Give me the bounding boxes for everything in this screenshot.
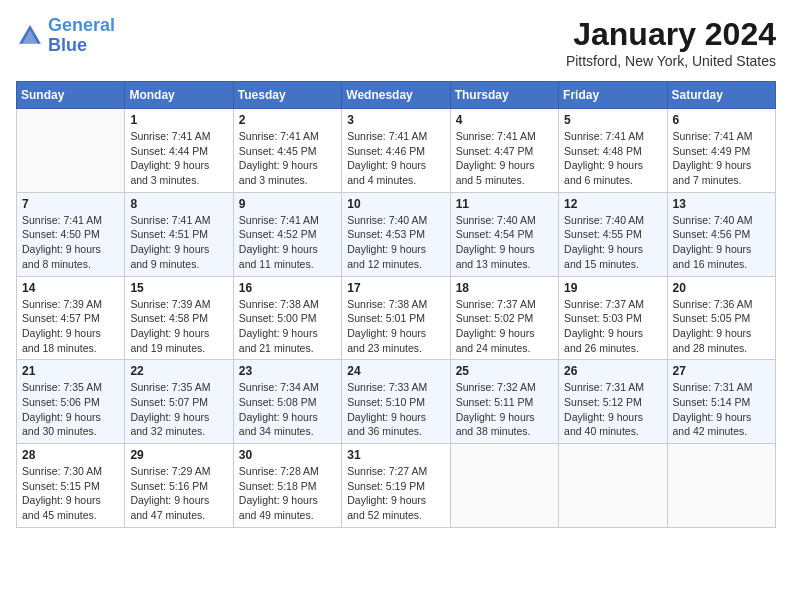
day-info: Sunrise: 7:41 AMSunset: 4:51 PMDaylight:… bbox=[130, 213, 227, 272]
day-number: 23 bbox=[239, 364, 336, 378]
day-number: 6 bbox=[673, 113, 770, 127]
day-info: Sunrise: 7:31 AMSunset: 5:14 PMDaylight:… bbox=[673, 380, 770, 439]
day-number: 12 bbox=[564, 197, 661, 211]
day-info: Sunrise: 7:41 AMSunset: 4:47 PMDaylight:… bbox=[456, 129, 553, 188]
calendar-cell: 4Sunrise: 7:41 AMSunset: 4:47 PMDaylight… bbox=[450, 109, 558, 193]
calendar-cell: 18Sunrise: 7:37 AMSunset: 5:02 PMDayligh… bbox=[450, 276, 558, 360]
calendar-cell bbox=[559, 444, 667, 528]
day-number: 13 bbox=[673, 197, 770, 211]
day-info: Sunrise: 7:41 AMSunset: 4:45 PMDaylight:… bbox=[239, 129, 336, 188]
week-row-2: 7Sunrise: 7:41 AMSunset: 4:50 PMDaylight… bbox=[17, 192, 776, 276]
day-number: 22 bbox=[130, 364, 227, 378]
day-number: 9 bbox=[239, 197, 336, 211]
calendar-cell bbox=[17, 109, 125, 193]
calendar-cell: 23Sunrise: 7:34 AMSunset: 5:08 PMDayligh… bbox=[233, 360, 341, 444]
week-row-3: 14Sunrise: 7:39 AMSunset: 4:57 PMDayligh… bbox=[17, 276, 776, 360]
day-info: Sunrise: 7:29 AMSunset: 5:16 PMDaylight:… bbox=[130, 464, 227, 523]
day-number: 19 bbox=[564, 281, 661, 295]
weekday-header-tuesday: Tuesday bbox=[233, 82, 341, 109]
calendar-cell: 10Sunrise: 7:40 AMSunset: 4:53 PMDayligh… bbox=[342, 192, 450, 276]
calendar-cell: 6Sunrise: 7:41 AMSunset: 4:49 PMDaylight… bbox=[667, 109, 775, 193]
day-number: 31 bbox=[347, 448, 444, 462]
day-number: 2 bbox=[239, 113, 336, 127]
weekday-header-wednesday: Wednesday bbox=[342, 82, 450, 109]
calendar-cell: 17Sunrise: 7:38 AMSunset: 5:01 PMDayligh… bbox=[342, 276, 450, 360]
calendar-cell: 5Sunrise: 7:41 AMSunset: 4:48 PMDaylight… bbox=[559, 109, 667, 193]
day-info: Sunrise: 7:35 AMSunset: 5:06 PMDaylight:… bbox=[22, 380, 119, 439]
logo-line2: Blue bbox=[48, 35, 87, 55]
day-info: Sunrise: 7:31 AMSunset: 5:12 PMDaylight:… bbox=[564, 380, 661, 439]
week-row-5: 28Sunrise: 7:30 AMSunset: 5:15 PMDayligh… bbox=[17, 444, 776, 528]
day-info: Sunrise: 7:40 AMSunset: 4:54 PMDaylight:… bbox=[456, 213, 553, 272]
day-info: Sunrise: 7:34 AMSunset: 5:08 PMDaylight:… bbox=[239, 380, 336, 439]
calendar-cell: 14Sunrise: 7:39 AMSunset: 4:57 PMDayligh… bbox=[17, 276, 125, 360]
calendar-cell: 9Sunrise: 7:41 AMSunset: 4:52 PMDaylight… bbox=[233, 192, 341, 276]
day-number: 17 bbox=[347, 281, 444, 295]
calendar-cell bbox=[450, 444, 558, 528]
calendar-cell: 7Sunrise: 7:41 AMSunset: 4:50 PMDaylight… bbox=[17, 192, 125, 276]
day-number: 26 bbox=[564, 364, 661, 378]
week-row-1: 1Sunrise: 7:41 AMSunset: 4:44 PMDaylight… bbox=[17, 109, 776, 193]
day-info: Sunrise: 7:39 AMSunset: 4:57 PMDaylight:… bbox=[22, 297, 119, 356]
day-number: 4 bbox=[456, 113, 553, 127]
calendar-cell: 11Sunrise: 7:40 AMSunset: 4:54 PMDayligh… bbox=[450, 192, 558, 276]
day-number: 18 bbox=[456, 281, 553, 295]
day-info: Sunrise: 7:37 AMSunset: 5:02 PMDaylight:… bbox=[456, 297, 553, 356]
day-info: Sunrise: 7:41 AMSunset: 4:52 PMDaylight:… bbox=[239, 213, 336, 272]
day-info: Sunrise: 7:35 AMSunset: 5:07 PMDaylight:… bbox=[130, 380, 227, 439]
day-number: 11 bbox=[456, 197, 553, 211]
day-info: Sunrise: 7:32 AMSunset: 5:11 PMDaylight:… bbox=[456, 380, 553, 439]
calendar-cell: 15Sunrise: 7:39 AMSunset: 4:58 PMDayligh… bbox=[125, 276, 233, 360]
day-info: Sunrise: 7:28 AMSunset: 5:18 PMDaylight:… bbox=[239, 464, 336, 523]
calendar-cell: 16Sunrise: 7:38 AMSunset: 5:00 PMDayligh… bbox=[233, 276, 341, 360]
day-number: 27 bbox=[673, 364, 770, 378]
day-number: 29 bbox=[130, 448, 227, 462]
weekday-header-thursday: Thursday bbox=[450, 82, 558, 109]
day-info: Sunrise: 7:37 AMSunset: 5:03 PMDaylight:… bbox=[564, 297, 661, 356]
day-info: Sunrise: 7:39 AMSunset: 4:58 PMDaylight:… bbox=[130, 297, 227, 356]
day-number: 14 bbox=[22, 281, 119, 295]
day-number: 21 bbox=[22, 364, 119, 378]
calendar-cell bbox=[667, 444, 775, 528]
day-number: 7 bbox=[22, 197, 119, 211]
calendar-cell: 19Sunrise: 7:37 AMSunset: 5:03 PMDayligh… bbox=[559, 276, 667, 360]
day-number: 15 bbox=[130, 281, 227, 295]
day-number: 20 bbox=[673, 281, 770, 295]
weekday-header-saturday: Saturday bbox=[667, 82, 775, 109]
weekday-header-friday: Friday bbox=[559, 82, 667, 109]
page-header: General Blue January 2024 Pittsford, New… bbox=[16, 16, 776, 69]
calendar-cell: 22Sunrise: 7:35 AMSunset: 5:07 PMDayligh… bbox=[125, 360, 233, 444]
day-info: Sunrise: 7:41 AMSunset: 4:48 PMDaylight:… bbox=[564, 129, 661, 188]
week-row-4: 21Sunrise: 7:35 AMSunset: 5:06 PMDayligh… bbox=[17, 360, 776, 444]
month-title: January 2024 bbox=[566, 16, 776, 53]
location: Pittsford, New York, United States bbox=[566, 53, 776, 69]
calendar-cell: 30Sunrise: 7:28 AMSunset: 5:18 PMDayligh… bbox=[233, 444, 341, 528]
day-info: Sunrise: 7:41 AMSunset: 4:50 PMDaylight:… bbox=[22, 213, 119, 272]
day-number: 25 bbox=[456, 364, 553, 378]
day-number: 8 bbox=[130, 197, 227, 211]
calendar-cell: 21Sunrise: 7:35 AMSunset: 5:06 PMDayligh… bbox=[17, 360, 125, 444]
weekday-header-monday: Monday bbox=[125, 82, 233, 109]
day-info: Sunrise: 7:27 AMSunset: 5:19 PMDaylight:… bbox=[347, 464, 444, 523]
title-block: January 2024 Pittsford, New York, United… bbox=[566, 16, 776, 69]
weekday-header-row: SundayMondayTuesdayWednesdayThursdayFrid… bbox=[17, 82, 776, 109]
calendar-cell: 12Sunrise: 7:40 AMSunset: 4:55 PMDayligh… bbox=[559, 192, 667, 276]
day-number: 5 bbox=[564, 113, 661, 127]
day-info: Sunrise: 7:41 AMSunset: 4:46 PMDaylight:… bbox=[347, 129, 444, 188]
calendar-cell: 2Sunrise: 7:41 AMSunset: 4:45 PMDaylight… bbox=[233, 109, 341, 193]
weekday-header-sunday: Sunday bbox=[17, 82, 125, 109]
day-number: 1 bbox=[130, 113, 227, 127]
day-number: 16 bbox=[239, 281, 336, 295]
calendar-cell: 31Sunrise: 7:27 AMSunset: 5:19 PMDayligh… bbox=[342, 444, 450, 528]
day-info: Sunrise: 7:40 AMSunset: 4:56 PMDaylight:… bbox=[673, 213, 770, 272]
day-info: Sunrise: 7:30 AMSunset: 5:15 PMDaylight:… bbox=[22, 464, 119, 523]
day-number: 30 bbox=[239, 448, 336, 462]
day-info: Sunrise: 7:40 AMSunset: 4:53 PMDaylight:… bbox=[347, 213, 444, 272]
day-info: Sunrise: 7:33 AMSunset: 5:10 PMDaylight:… bbox=[347, 380, 444, 439]
day-info: Sunrise: 7:36 AMSunset: 5:05 PMDaylight:… bbox=[673, 297, 770, 356]
calendar-cell: 1Sunrise: 7:41 AMSunset: 4:44 PMDaylight… bbox=[125, 109, 233, 193]
day-number: 10 bbox=[347, 197, 444, 211]
calendar-cell: 3Sunrise: 7:41 AMSunset: 4:46 PMDaylight… bbox=[342, 109, 450, 193]
day-info: Sunrise: 7:40 AMSunset: 4:55 PMDaylight:… bbox=[564, 213, 661, 272]
calendar-table: SundayMondayTuesdayWednesdayThursdayFrid… bbox=[16, 81, 776, 528]
